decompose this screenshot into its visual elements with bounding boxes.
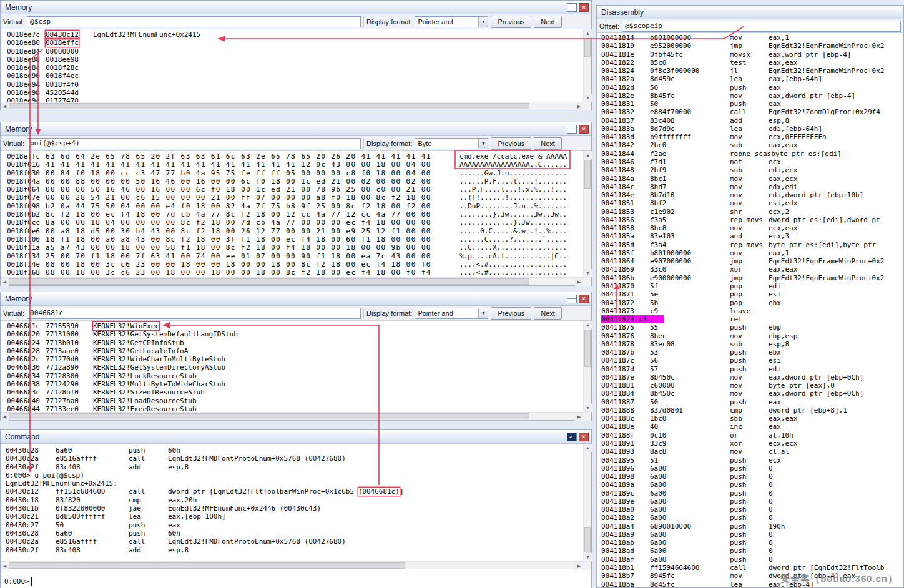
disasm-row[interactable]: 0041183db9ffffffffmovecx,0FFFFFFFFh (597, 133, 903, 141)
memory-row[interactable]: 0046681c77155390KERNEL32!WinExec (1, 322, 591, 330)
disasm-row[interactable]: 004118518bf2movesi,edx (597, 199, 903, 207)
command-vertical-scrollbar[interactable]: ▲ ▼ (583, 444, 591, 561)
disasm-row[interactable]: 0041187883ec08subesp,8 (597, 340, 903, 348)
virtual-address-input[interactable]: 0046681c (27, 308, 361, 319)
scroll-thumb[interactable] (9, 103, 529, 109)
disasm-row[interactable]: 004118a26a00push0 (597, 514, 903, 522)
disasm-row[interactable]: 0041183150pusheax (597, 100, 903, 108)
disasm-row[interactable]: 0041188f0c10oral,10h (597, 431, 903, 439)
scroll-thumb[interactable] (584, 527, 591, 552)
memory3-title-bar[interactable]: Memory ✕ (1, 292, 591, 306)
disasm-row[interactable]: 00411853c1e902shrecx,2 (597, 208, 903, 216)
disasm-row[interactable]: 00411832e884f70000callEqnEdt32!ZoomDlgPr… (597, 108, 903, 116)
disasm-row[interactable]: 00411873c9leave (597, 307, 903, 315)
scroll-thumb[interactable] (9, 413, 529, 419)
memory-byte-row[interactable]: 0018f03000 84 f0 18 00 cc c3 47 77 b0 4a… (1, 169, 591, 177)
scroll-right-icon[interactable]: ▶ (575, 562, 583, 570)
disasm-row[interactable]: 004118ad6a00push0 (597, 547, 903, 555)
display-format-select[interactable]: Pointer and▼ (415, 16, 488, 27)
command-line[interactable]: 00430c218d8500ffffffleaeax,[ebp-100h] (1, 512, 591, 521)
scroll-thumb[interactable] (9, 562, 405, 569)
disasm-row[interactable]: 004118422bc0subeax,eax (597, 141, 903, 149)
memory-row[interactable]: 0046684477133ee0KERNEL32!FreeResourceStu… (1, 405, 591, 412)
disasm-row[interactable]: 0041182e8b45fcmoveax,dword ptr [ebp-4] (597, 92, 903, 100)
disasm-row[interactable]: 0041185df3a4rep movsbyte ptr es:[edi],by… (597, 241, 903, 249)
memory-byte-row[interactable]: 0018f01641 41 41 41 41 41 41 41 41 41 41… (1, 160, 591, 169)
memory3-horizontal-scrollbar[interactable]: ◀ ▶ (1, 412, 591, 420)
disasm-row[interactable]: 004118ab6a00push0 (597, 539, 903, 547)
memory-row[interactable]: 0046683877124290KERNEL32!MultiByteToWide… (1, 380, 591, 388)
memory-byte-row[interactable]: 0018f14e08 00 18 00 3c c6 23 00 00 18 00… (1, 260, 591, 268)
dock-icon[interactable] (567, 125, 577, 134)
disasm-row[interactable]: 00411819e952000000jmpEqnEdt32!EqnFrameWi… (597, 42, 903, 50)
disasm-row[interactable]: 004118a06a00push0 (597, 506, 903, 514)
disasm-row[interactable]: 0041186933c0xoreax,eax (597, 265, 903, 273)
disasm-row[interactable]: 0041187555pushebp (597, 323, 903, 331)
memory-byte-row[interactable]: 0018f06400 00 00 50 16 46 00 16 00 00 6c… (1, 185, 591, 194)
memory-byte-row[interactable]: 0018f10018 f1 18 00 a0 a8 43 00 8c f2 18… (1, 235, 591, 243)
disasm-row[interactable]: 00411856f3a5rep movsdword ptr es:[edi],d… (597, 216, 903, 224)
disasm-row[interactable]: 0041182285c0testeax,eax (597, 59, 903, 67)
command-horizontal-scrollbar[interactable]: ◀ ▶ (1, 561, 591, 569)
command-line[interactable]: 00430c12ff151c684600calldword ptr [EqnEd… (1, 488, 591, 496)
disasm-row[interactable]: 0041187c56pushesi (597, 356, 903, 365)
command-line[interactable]: 00430c2750pusheax (1, 521, 591, 529)
disasm-row[interactable]: 0041189551pushecx (597, 456, 903, 464)
command-line[interactable]: 00430c2f83c408addesp,8 (1, 463, 591, 471)
memory-row[interactable]: 004668247713b010KERNEL32!GetCPInfoStub (1, 339, 591, 347)
scroll-up-icon[interactable]: ▲ (584, 151, 592, 159)
disasm-row[interactable]: 0041187b53pushebx (597, 348, 903, 356)
memory-byte-row[interactable]: 0018f13425 00 70 f1 18 00 7f 63 41 00 74… (1, 252, 591, 260)
memory-row[interactable]: 0018ee9c61727478 (1, 97, 591, 102)
scroll-left-icon[interactable]: ◀ (1, 278, 9, 286)
memory-byte-row[interactable]: 0018f098b2 0a 44 75 50 04 00 00 e4 f0 18… (1, 202, 591, 210)
disasm-row[interactable]: 0041189133c9xorecx,ecx (597, 439, 903, 448)
disasm-row[interactable]: 004118b1ff1594664600calldword ptr [EqnEd… (597, 564, 903, 572)
disasm-row[interactable]: 0041182d50pusheax (597, 84, 903, 92)
command-line[interactable]: 00430c2ae8516affffcallEqnEdt32!FMDFontPr… (1, 454, 591, 463)
close-icon[interactable]: ✕ (579, 125, 589, 134)
memory1-vertical-scrollbar[interactable]: ▲ ▼ (583, 29, 591, 102)
disasm-row[interactable]: 0041189e6a00push0 (597, 497, 903, 506)
virtual-address-input[interactable]: @$csp (27, 16, 361, 27)
display-format-select[interactable]: Pointer and▼ (415, 308, 488, 319)
memory-row[interactable]: 0018ee800018effc (1, 39, 591, 47)
previous-button[interactable]: Previous (491, 16, 531, 28)
command-line[interactable]: 00430c2f83c408addesp,8 (1, 546, 591, 554)
disasm-row[interactable]: 0041181e0fbf45fcmovsxeax,word ptr [ebp-4… (597, 51, 903, 59)
scroll-left-icon[interactable]: ◀ (1, 562, 9, 570)
next-button[interactable]: Next (534, 137, 562, 150)
command-line[interactable]: 00430c286a60push60h (1, 529, 591, 537)
disasm-row[interactable]: 004118588bc8movecx,eax (597, 224, 903, 232)
disasm-row[interactable]: 0041189c6a00push0 (597, 489, 903, 497)
disasm-row[interactable]: 00411888837d0801cmpdword ptr [ebp+8],1 (597, 406, 903, 414)
disasm-row[interactable]: 0041184c8bd7movedx,edi (597, 183, 903, 191)
disasm-row[interactable]: 0041189a6a00push0 (597, 481, 903, 489)
scroll-down-icon[interactable]: ▼ (584, 404, 592, 412)
command-line[interactable]: 00430c1b0f8322000000jaeEqnEdt32!MFEnumFu… (1, 504, 591, 512)
disasm-row[interactable]: 0041185a83e103andecx,3 (597, 232, 903, 240)
scroll-up-icon[interactable]: ▲ (584, 29, 592, 37)
scroll-right-icon[interactable]: ▶ (575, 102, 583, 110)
dock-icon[interactable] (567, 3, 577, 12)
display-format-select[interactable]: Byte▼ (415, 138, 488, 149)
disasm-row[interactable]: 0041183783c408addesp,8 (597, 117, 903, 125)
memory-byte-row[interactable]: 0018effc63 6d 64 2e 65 78 65 20 2f 63 63… (1, 152, 591, 160)
memory-row[interactable]: 0018ee940018f4f0 (1, 81, 591, 89)
disasm-row[interactable]: 0041183a8d7d9cleaedi,[ebp-64h] (597, 125, 903, 133)
disasm-row[interactable]: 0041187e8b450cmoveax,dword ptr [ebp+0Ch] (597, 373, 903, 381)
memory-byte-row[interactable]: 0018f0b28c f2 18 00 ec f4 18 00 7d cb 4a… (1, 210, 591, 218)
memory-row[interactable]: 004668307712a890KERNEL32!GetSystemDirect… (1, 363, 591, 371)
disasm-row[interactable]: 004118768becmovebp,esp (597, 332, 903, 340)
disasm-row[interactable]: 0041184e8b7d10movedi,dword ptr [ebp+10h] (597, 191, 903, 199)
terminal-icon[interactable]: >_ (567, 433, 577, 441)
scroll-down-icon[interactable]: ▼ (584, 553, 592, 561)
offset-input[interactable]: @$scopeip (622, 21, 901, 32)
disasm-row[interactable]: 0041188e40inceax (597, 423, 903, 431)
disasm-row[interactable]: 004118848b450cmoveax,dword ptr [ebp+0Ch] (597, 390, 903, 398)
scroll-thumb[interactable] (584, 330, 591, 367)
scroll-thumb[interactable] (584, 38, 591, 57)
scroll-right-icon[interactable]: ▶ (575, 413, 583, 421)
disasm-row[interactable]: 004118a46890010000push190h (597, 522, 903, 531)
memory-byte-row[interactable]: 0018f07e00 00 28 54 21 00 c6 15 00 00 00… (1, 194, 591, 202)
